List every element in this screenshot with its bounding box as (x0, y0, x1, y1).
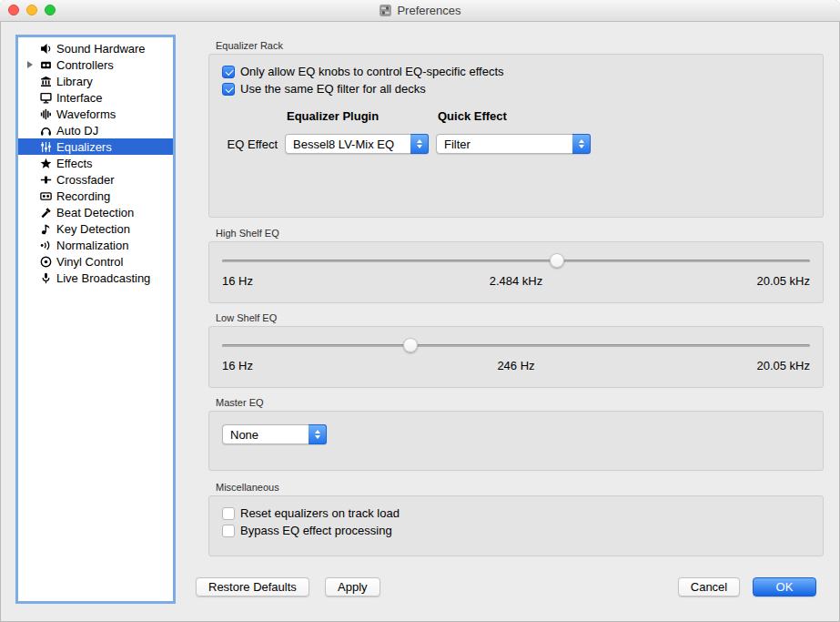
sidebar-item-label: Live Broadcasting (56, 271, 150, 285)
sidebar-item-label: Crossfader (56, 173, 115, 187)
slider-value-label: 246 Hz (418, 359, 613, 372)
slider-track[interactable] (222, 344, 810, 347)
checkbox-row-bypass-eq[interactable]: Bypass EQ effect processing (222, 523, 810, 538)
sidebar-item-label: Recording (56, 189, 110, 203)
headphones-icon (39, 125, 52, 137)
sidebar-item-label: Equalizers (56, 140, 112, 154)
checkbox-row-only-eq-knobs[interactable]: Only allow EQ knobs to control EQ-specif… (222, 64, 810, 79)
sidebar-item-label: Controllers (56, 58, 114, 72)
dropdown-arrows-icon (410, 134, 429, 154)
low-shelf-eq-group: Low Shelf EQ 16 Hz 246 Hz 20.05 kHz (208, 312, 824, 388)
title-bar[interactable]: Preferences (0, 0, 840, 22)
minimize-button[interactable] (26, 5, 37, 15)
cancel-button[interactable]: Cancel (678, 577, 740, 597)
same-eq-filter-checkbox[interactable] (222, 83, 235, 96)
microphone-icon (39, 272, 52, 284)
close-button[interactable] (8, 5, 19, 15)
waveform-icon (39, 108, 52, 120)
only-eq-knobs-checkbox[interactable] (222, 66, 235, 78)
equalizer-rack-group: Equalizer Rack Only allow EQ knobs to co… (208, 40, 824, 218)
zoom-button[interactable] (45, 5, 56, 15)
slider-thumb[interactable] (550, 253, 564, 268)
sidebar-item-controllers[interactable]: Controllers (18, 56, 173, 73)
sidebar-item-vinyl-control[interactable]: Vinyl Control (18, 253, 173, 270)
master-eq-group: Master EQ None (208, 397, 824, 471)
sidebar-item-normalization[interactable]: Normalization (18, 237, 173, 253)
checkbox-label: Only allow EQ knobs to control EQ-specif… (240, 65, 504, 78)
crossfader-icon (39, 174, 52, 186)
checkbox-row-same-eq-filter[interactable]: Use the same EQ filter for all decks (222, 81, 810, 97)
dropdown-arrows-icon (572, 134, 591, 154)
checkbox-label: Bypass EQ effect processing (240, 524, 392, 537)
sidebar-item-key-detection[interactable]: Key Detection (18, 220, 173, 237)
sidebar-item-label: Interface (56, 91, 103, 105)
miscellaneous-group: Miscellaneous Reset equalizers on track … (208, 482, 824, 556)
sidebar-item-label: Sound Hardware (56, 42, 146, 56)
column-header-equalizer-plugin: Equalizer Plugin (285, 109, 436, 123)
star-icon (39, 158, 52, 169)
checkbox-label: Use the same EQ filter for all decks (240, 82, 426, 96)
preferences-sidebar: Sound Hardware Controllers Library Inter… (15, 35, 176, 604)
low-shelf-eq-slider[interactable] (222, 338, 810, 352)
equalizer-sliders-icon (39, 141, 52, 153)
cassette-icon (39, 190, 52, 202)
monitor-icon (39, 92, 52, 104)
slider-thumb[interactable] (403, 338, 418, 352)
sidebar-item-effects[interactable]: Effects (18, 155, 173, 171)
sidebar-item-label: Effects (56, 157, 93, 170)
hammer-icon (39, 207, 52, 219)
disclosure-triangle-icon[interactable] (27, 61, 39, 68)
sidebar-item-sound-hardware[interactable]: Sound Hardware (18, 40, 173, 56)
midi-controller-icon (39, 59, 52, 71)
group-title: Miscellaneous (216, 482, 824, 494)
dropdown-arrows-icon (309, 424, 327, 444)
sidebar-item-beat-detection[interactable]: Beat Detection (18, 204, 173, 220)
slider-track[interactable] (222, 260, 810, 262)
sidebar-item-label: Waveforms (56, 107, 116, 121)
sidebar-item-waveforms[interactable]: Waveforms (18, 106, 173, 122)
bypass-eq-checkbox[interactable] (222, 525, 235, 537)
sidebar-item-label: Vinyl Control (56, 255, 123, 269)
sidebar-item-label: Normalization (56, 239, 128, 252)
master-eq-dropdown[interactable]: None (222, 424, 327, 444)
checkbox-label: Reset equalizers on track load (240, 506, 400, 520)
sidebar-item-equalizers[interactable]: Equalizers (18, 138, 173, 155)
sidebar-item-recording[interactable]: Recording (18, 188, 173, 204)
sidebar-item-label: Key Detection (56, 222, 130, 236)
apply-button[interactable]: Apply (325, 577, 380, 597)
music-note-icon (39, 223, 52, 235)
slider-value-label: 2.484 kHz (418, 274, 613, 288)
sidebar-item-label: Beat Detection (56, 206, 134, 219)
library-icon (39, 76, 52, 87)
high-shelf-eq-group: High Shelf EQ 16 Hz 2.484 kHz 20.05 kHz (208, 228, 824, 303)
restore-defaults-button[interactable]: Restore Defaults (196, 577, 309, 597)
speaker-icon (39, 43, 52, 55)
equalizer-plugin-dropdown[interactable]: Bessel8 LV-Mix EQ (285, 134, 429, 154)
checkbox-row-reset-on-load[interactable]: Reset equalizers on track load (222, 505, 810, 521)
quick-effect-dropdown[interactable]: Filter (436, 134, 591, 154)
traffic-lights (8, 5, 56, 15)
preferences-window: Preferences Sound Hardware Controllers L… (0, 0, 840, 622)
reset-equalizers-checkbox[interactable] (222, 507, 235, 520)
sidebar-item-auto-dj[interactable]: Auto DJ (18, 122, 173, 138)
window-title: Preferences (397, 4, 460, 17)
slider-min-label: 16 Hz (222, 274, 418, 288)
dropdown-value: Bessel8 LV-Mix EQ (286, 135, 410, 153)
sidebar-item-live-broadcasting[interactable]: Live Broadcasting (18, 270, 173, 286)
slider-max-label: 20.05 kHz (614, 274, 810, 288)
sidebar-item-label: Auto DJ (56, 124, 98, 138)
sidebar-item-crossfader[interactable]: Crossfader (18, 171, 173, 188)
slider-min-label: 16 Hz (222, 359, 418, 372)
group-title: Master EQ (216, 397, 824, 409)
column-header-quick-effect: Quick Effect (436, 109, 810, 123)
group-title: High Shelf EQ (216, 228, 824, 240)
ok-button[interactable]: OK (753, 577, 816, 597)
high-shelf-eq-slider[interactable] (222, 253, 810, 268)
group-title: Low Shelf EQ (216, 312, 824, 324)
sidebar-item-library[interactable]: Library (18, 73, 173, 89)
eq-effect-label: EQ Effect (222, 138, 285, 151)
sidebar-item-label: Library (56, 75, 93, 88)
slider-max-label: 20.05 kHz (614, 359, 810, 372)
sidebar-item-interface[interactable]: Interface (18, 89, 173, 106)
sound-waves-icon (39, 240, 52, 251)
